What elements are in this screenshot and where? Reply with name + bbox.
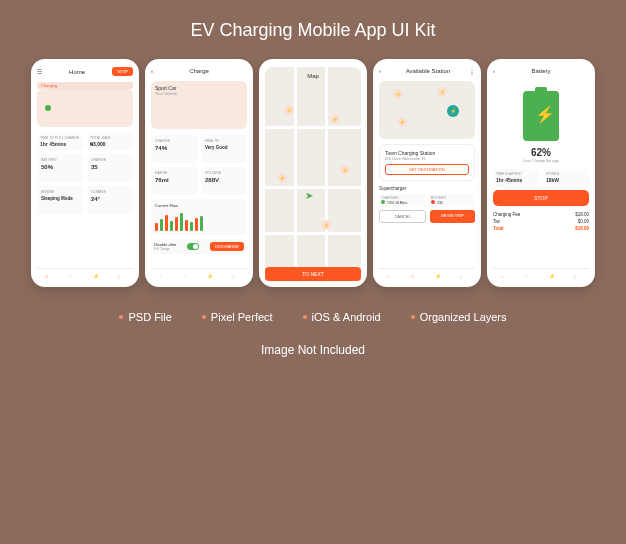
- battery-card[interactable]: BATTERY 50%: [37, 154, 83, 182]
- feature-item: Organized Layers: [411, 311, 507, 323]
- stop-button[interactable]: STOP: [493, 190, 589, 206]
- footer-note: Image Not Included: [261, 343, 365, 357]
- screen-map: ⚡ ⚡ ⚡ ⚡ ⚡ ➤ Map TO NEXT: [259, 59, 367, 287]
- begin-trip-button[interactable]: BEGIN TRIP: [430, 210, 475, 223]
- profile-icon[interactable]: △: [573, 273, 581, 281]
- charge-stat: CHARGE 74%: [151, 135, 197, 163]
- location-icon[interactable]: ○: [411, 273, 419, 281]
- charge-card[interactable]: CHARGE 35: [87, 154, 133, 182]
- bottom-nav: ⌂ ○ ⚡ △: [379, 268, 475, 281]
- home-icon[interactable]: ⌂: [387, 273, 395, 281]
- time-card: TIME TO FULL CHARGE 1hr 45mins: [37, 133, 83, 150]
- home-icon[interactable]: ⌂: [501, 273, 509, 281]
- bottom-nav: ⌂ ○ ⚡ △: [151, 268, 247, 281]
- screen-charge: ‹ Charge Sport Car Your Vehicle CHARGE 7…: [145, 59, 253, 287]
- station-pin[interactable]: ⚡: [340, 165, 350, 175]
- charged-stat: CHARGED 74% 18 Mins: [379, 194, 425, 207]
- disable-toggle-row: Disable after Full Charge DISCHARGE: [151, 239, 247, 254]
- station-pin[interactable]: ⚡: [321, 220, 331, 230]
- voltage-stat: VOLTAGE 288V: [201, 167, 247, 195]
- last-charge-label: Last Charge 3w ago: [493, 158, 589, 163]
- station-pin[interactable]: ⚡: [284, 105, 294, 115]
- to-next-button[interactable]: TO NEXT: [265, 267, 361, 281]
- cancel-button[interactable]: CANCEL: [379, 210, 426, 223]
- screen-battery: ‹ Battery 62% Last Charge 3w ago TIME EL…: [487, 59, 595, 287]
- feature-item: PSD File: [119, 311, 171, 323]
- station-pin[interactable]: ⚡: [393, 89, 403, 99]
- station-pin[interactable]: ⚡: [437, 87, 447, 97]
- climate-card[interactable]: CLIMATE 24°: [87, 186, 133, 214]
- stop-button[interactable]: STOP: [112, 67, 133, 76]
- page-title: Home: [42, 69, 112, 75]
- page-title: Available Station: [387, 68, 469, 74]
- feature-item: iOS & Android: [303, 311, 381, 323]
- tax-row: Tax$0.00: [493, 219, 589, 224]
- booked-stat: BOOKED 232: [429, 194, 475, 207]
- profile-icon[interactable]: △: [459, 273, 467, 281]
- filter-icon[interactable]: ⋮: [469, 68, 475, 75]
- back-icon[interactable]: ‹: [151, 67, 159, 75]
- vehicle-card: Sport Car Your Vehicle: [151, 81, 247, 129]
- fee-row: Charging Fee$18.00: [493, 212, 589, 217]
- set-destination-button[interactable]: SET DESTINATION: [385, 164, 469, 175]
- save-card: TOTAL SAVE ₦3,000: [87, 133, 133, 150]
- phone-mockups: ☰ Home STOP Charging TIME TO FULL CHARGE…: [31, 59, 595, 287]
- health-stat: HEALTH Very Good: [201, 135, 247, 163]
- back-icon[interactable]: ‹: [379, 67, 387, 75]
- profile-icon[interactable]: △: [117, 273, 125, 281]
- location-icon[interactable]: ○: [183, 273, 191, 281]
- mini-map[interactable]: ⚡ ⚡ ⚡ ⚡: [379, 81, 475, 139]
- home-icon[interactable]: ⌂: [45, 273, 53, 281]
- bottom-nav: ⌂ ○ ⚡ △: [493, 268, 589, 281]
- home-icon[interactable]: ⌂: [159, 273, 167, 281]
- location-icon[interactable]: ○: [69, 273, 77, 281]
- back-icon[interactable]: ‹: [493, 67, 501, 75]
- page-title: Map: [265, 73, 361, 79]
- total-row: Total$18.00: [493, 226, 589, 231]
- map-view[interactable]: ⚡ ⚡ ⚡ ⚡ ⚡ ➤ Map: [265, 67, 361, 279]
- charging-badge: Charging: [37, 82, 133, 89]
- bolt-icon[interactable]: ⚡: [207, 273, 215, 281]
- elapsed-card: TIME ELAPSED 1hr 45mins: [493, 169, 539, 186]
- screen-home: ☰ Home STOP Charging TIME TO FULL CHARGE…: [31, 59, 139, 287]
- station-pin[interactable]: ⚡: [330, 114, 340, 124]
- current-flow-chart: Current Flow: [151, 199, 247, 235]
- battery-percentage: 62%: [493, 147, 589, 158]
- page-title: Battery: [501, 68, 581, 74]
- station-pin-active[interactable]: ⚡: [447, 105, 459, 117]
- kit-title: EV Charging Mobile App UI Kit: [190, 20, 435, 41]
- bolt-icon[interactable]: ⚡: [93, 273, 101, 281]
- bolt-icon[interactable]: ⚡: [435, 273, 443, 281]
- bolt-icon[interactable]: ⚡: [549, 273, 557, 281]
- location-icon[interactable]: ○: [525, 273, 533, 281]
- station-pin[interactable]: ⚡: [277, 173, 287, 183]
- discharge-button[interactable]: DISCHARGE: [210, 242, 244, 251]
- engine-card[interactable]: ENGINE Sleeping Mode: [37, 186, 83, 214]
- battery-icon: [523, 91, 559, 141]
- features-list: PSD File Pixel Perfect iOS & Android Org…: [119, 311, 506, 323]
- supercharger-label: Supercharger: [379, 186, 475, 191]
- power-card: POWER 18kW: [543, 169, 589, 186]
- range-stat: RANGE 76mi: [151, 167, 197, 195]
- user-location-icon: ➤: [305, 190, 313, 201]
- feature-item: Pixel Perfect: [202, 311, 273, 323]
- bottom-nav: ⌂ ○ ⚡ △: [37, 268, 133, 281]
- station-card: Town Charging Station 826 Claire Watsonv…: [379, 144, 475, 181]
- screen-station: ‹ Available Station ⋮ ⚡ ⚡ ⚡ ⚡ Town Charg…: [373, 59, 481, 287]
- toggle-switch[interactable]: [187, 243, 199, 250]
- page-title: Charge: [159, 68, 239, 74]
- station-pin[interactable]: ⚡: [397, 117, 407, 127]
- car-illustration: [37, 89, 133, 127]
- profile-icon[interactable]: △: [231, 273, 239, 281]
